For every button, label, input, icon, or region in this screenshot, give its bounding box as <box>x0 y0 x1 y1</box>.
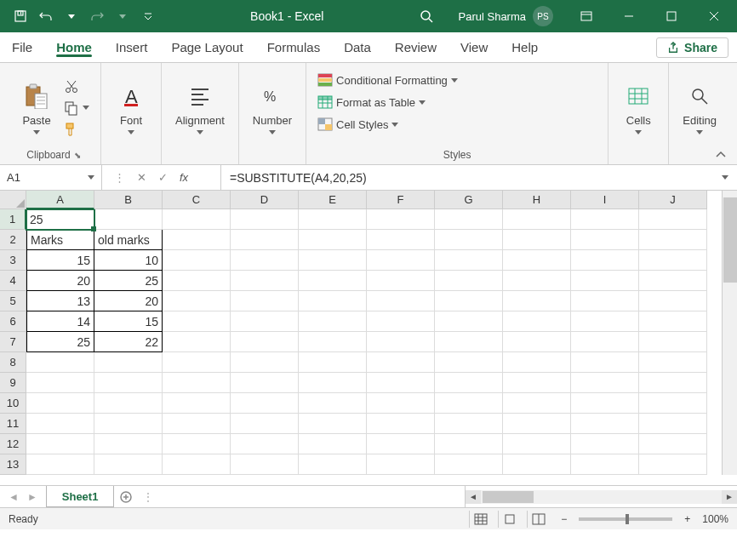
cell[interactable] <box>163 454 231 475</box>
cell[interactable] <box>367 414 435 434</box>
cell[interactable] <box>503 271 571 291</box>
cells-button[interactable]: Cells <box>617 78 660 138</box>
number-button[interactable]: % Number <box>248 78 297 138</box>
cell[interactable] <box>94 373 163 393</box>
cell[interactable] <box>163 373 231 393</box>
font-dropdown-icon[interactable] <box>128 130 134 134</box>
cell[interactable] <box>639 454 707 475</box>
cell[interactable] <box>367 454 435 475</box>
cell[interactable] <box>299 291 367 311</box>
cell-styles-button[interactable]: Cell Styles <box>315 116 401 133</box>
enter-formula-button[interactable]: ✓ <box>158 171 168 184</box>
row-header-4[interactable]: 4 <box>0 271 26 291</box>
cell[interactable] <box>435 373 503 393</box>
cell[interactable] <box>435 291 503 311</box>
cell[interactable] <box>435 393 503 414</box>
search-button[interactable] <box>414 4 438 28</box>
sheet-tab[interactable]: Sheet1 <box>46 486 115 507</box>
cell[interactable] <box>503 311 571 332</box>
cell[interactable] <box>571 434 639 454</box>
cancel-formula-button[interactable]: ✕ <box>137 171 146 184</box>
cell[interactable] <box>639 311 707 332</box>
page-break-view-button[interactable] <box>527 511 549 528</box>
cell[interactable] <box>367 250 435 271</box>
cell[interactable] <box>639 250 707 271</box>
cell[interactable] <box>94 414 163 434</box>
cell[interactable] <box>231 332 299 352</box>
cell[interactable] <box>231 291 299 311</box>
zoom-out-button[interactable]: − <box>556 513 572 525</box>
cell-B5[interactable]: 20 <box>94 291 163 311</box>
vertical-scrollbar[interactable] <box>722 191 737 475</box>
editing-button[interactable]: Editing <box>677 78 722 138</box>
row-header-12[interactable]: 12 <box>0 434 26 454</box>
conditional-formatting-button[interactable]: Conditional Formatting <box>315 71 460 89</box>
cell[interactable] <box>571 250 639 271</box>
cell[interactable] <box>26 373 94 393</box>
cell[interactable] <box>299 454 367 475</box>
cell[interactable] <box>503 291 571 311</box>
tab-split-grip[interactable]: ⋮ <box>138 486 158 507</box>
cell[interactable] <box>299 271 367 291</box>
cell[interactable] <box>367 373 435 393</box>
cell[interactable] <box>503 352 571 373</box>
cell[interactable] <box>435 230 503 250</box>
cell[interactable] <box>503 332 571 352</box>
cell[interactable] <box>435 271 503 291</box>
cell[interactable] <box>639 434 707 454</box>
cell[interactable] <box>299 311 367 332</box>
cell[interactable] <box>299 414 367 434</box>
cell[interactable] <box>299 209 367 230</box>
number-dropdown-icon[interactable] <box>269 130 276 134</box>
cell[interactable] <box>571 352 639 373</box>
cell[interactable] <box>299 230 367 250</box>
cell[interactable] <box>367 291 435 311</box>
tab-review[interactable]: Review <box>383 32 448 62</box>
cell[interactable] <box>639 271 707 291</box>
cell[interactable] <box>367 352 435 373</box>
col-header-I[interactable]: I <box>571 191 639 209</box>
cut-button[interactable] <box>61 77 82 96</box>
zoom-in-button[interactable]: + <box>679 513 695 525</box>
undo-button[interactable] <box>34 4 58 28</box>
cell[interactable] <box>94 393 163 414</box>
tab-help[interactable]: Help <box>500 32 550 62</box>
cell[interactable] <box>231 352 299 373</box>
cell-A4[interactable]: 20 <box>26 271 94 291</box>
close-button[interactable] <box>694 0 734 32</box>
cell-B2[interactable]: old marks <box>94 230 163 250</box>
cell[interactable] <box>503 230 571 250</box>
normal-view-button[interactable] <box>469 511 491 528</box>
row-header-8[interactable]: 8 <box>0 352 26 373</box>
maximize-button[interactable] <box>652 0 691 32</box>
formula-expand-icon[interactable] <box>722 175 728 180</box>
cell[interactable] <box>639 332 707 352</box>
cell-A3[interactable]: 15 <box>26 250 94 271</box>
cell-A2[interactable]: Marks <box>26 230 94 250</box>
user-account[interactable]: Parul Sharma PS <box>459 6 553 26</box>
row-header-10[interactable]: 10 <box>0 393 26 414</box>
new-sheet-button[interactable] <box>114 486 138 507</box>
grid-body[interactable]: 125 2Marksold marks 31510 42025 51320 61… <box>0 209 722 475</box>
cell[interactable] <box>367 271 435 291</box>
cell[interactable] <box>503 454 571 475</box>
cell[interactable] <box>639 373 707 393</box>
autosave-toggle[interactable] <box>9 4 32 28</box>
sheet-next-button[interactable]: ► <box>27 491 37 503</box>
format-as-table-button[interactable]: Format as Table <box>315 94 428 111</box>
cell[interactable] <box>367 311 435 332</box>
col-header-A[interactable]: A <box>26 191 94 209</box>
col-header-H[interactable]: H <box>503 191 571 209</box>
zoom-knob[interactable] <box>626 514 629 524</box>
cell[interactable] <box>571 373 639 393</box>
tab-insert[interactable]: Insert <box>104 32 160 62</box>
cell[interactable] <box>299 332 367 352</box>
cell[interactable] <box>639 352 707 373</box>
tab-page-layout[interactable]: Page Layout <box>159 32 254 62</box>
cell[interactable] <box>435 332 503 352</box>
cell[interactable] <box>367 434 435 454</box>
cell-A1[interactable]: 25 <box>26 209 94 230</box>
cell[interactable] <box>367 332 435 352</box>
cell[interactable] <box>163 393 231 414</box>
formula-bar[interactable]: =SUBSTITUTE(A4,20,25) <box>221 165 737 190</box>
